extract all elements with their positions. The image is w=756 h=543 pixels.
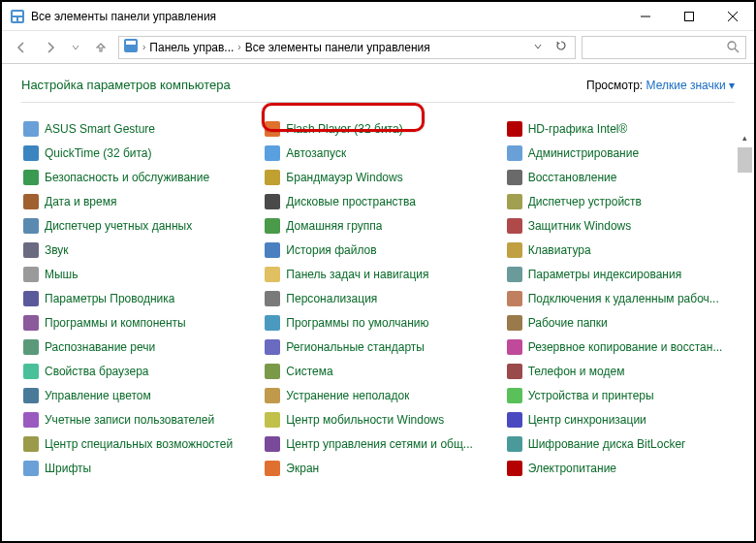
control-panel-item[interactable]: Центр мобильности Windows [263, 407, 492, 431]
control-panel-item[interactable]: Шифрование диска BitLocker [505, 431, 735, 456]
control-panel-item[interactable]: Электропитание [505, 456, 735, 480]
control-panel-item[interactable]: Программы по умолчанию [263, 310, 492, 335]
control-panel-item[interactable]: Экран [263, 456, 492, 480]
breadcrumb-item[interactable]: Все элементы панели управления [245, 41, 430, 54]
control-panel-item[interactable]: Система [263, 359, 492, 383]
control-panel-item[interactable]: Защитник Windows [505, 213, 735, 238]
item-icon [23, 461, 39, 476]
address-bar[interactable]: › Панель управ... › Все элементы панели … [118, 36, 576, 59]
content-area: Настройка параметров компьютера Просмотр… [2, 64, 754, 541]
item-icon [265, 145, 280, 161]
control-panel-item[interactable]: Свойства браузера [21, 359, 251, 383]
control-panel-item[interactable]: Восстановление [505, 165, 735, 189]
item-icon [23, 121, 39, 137]
item-label: Параметры индексирования [528, 268, 681, 281]
control-panel-item[interactable]: Управление цветом [21, 383, 251, 407]
svg-rect-3 [18, 17, 22, 21]
minimize-button[interactable] [623, 2, 667, 30]
search-icon [727, 41, 740, 53]
item-label: Шрифты [45, 462, 91, 475]
scrollbar-thumb[interactable] [738, 147, 752, 173]
item-icon [507, 339, 522, 355]
up-button[interactable] [89, 36, 112, 59]
item-icon [23, 436, 39, 452]
control-panel-item[interactable]: Устройства и принтеры [505, 383, 735, 407]
control-panel-item[interactable]: Дата и время [21, 189, 251, 213]
control-panel-item[interactable]: ASUS Smart Gesture [21, 116, 251, 141]
chevron-right-icon: › [237, 42, 240, 52]
control-panel-item[interactable]: Брандмауэр Windows [263, 165, 492, 189]
item-icon [507, 242, 522, 258]
control-panel-item[interactable]: Распознавание речи [21, 335, 251, 359]
control-panel-item[interactable]: Панель задач и навигация [263, 262, 492, 286]
item-icon [23, 412, 39, 428]
control-panel-item[interactable]: QuickTime (32 бита) [21, 141, 251, 165]
maximize-button[interactable] [667, 2, 710, 30]
item-icon [23, 315, 39, 331]
control-panel-item[interactable]: Диспетчер устройств [505, 189, 735, 213]
item-icon [507, 145, 522, 161]
item-label: Рабочие папки [528, 316, 608, 330]
item-label: Дисковые пространства [286, 195, 416, 208]
control-panel-item[interactable]: Резервное копирование и восстан... [505, 335, 735, 359]
window-buttons [623, 2, 754, 30]
control-panel-item[interactable]: Шрифты [21, 456, 251, 480]
control-panel-item[interactable]: Подключения к удаленным рабоч... [505, 286, 735, 310]
control-panel-item[interactable]: Рабочие папки [505, 310, 735, 335]
search-box[interactable] [582, 36, 746, 59]
item-label: Flash Player (32 бита) [286, 122, 402, 136]
item-icon [265, 412, 280, 428]
item-icon [23, 170, 39, 185]
control-panel-item[interactable]: Клавиатура [505, 238, 735, 262]
address-dropdown[interactable] [528, 41, 548, 54]
item-icon [265, 436, 280, 452]
recent-dropdown[interactable] [68, 36, 83, 59]
forward-button[interactable] [39, 36, 62, 59]
control-panel-item[interactable]: Автозапуск [263, 141, 492, 165]
item-label: Шифрование диска BitLocker [528, 437, 685, 451]
navbar: › Панель управ... › Все элементы панели … [2, 31, 754, 64]
control-panel-item[interactable]: Домашняя группа [263, 213, 492, 238]
refresh-button[interactable] [551, 40, 571, 54]
item-label: История файлов [286, 243, 376, 257]
item-label: Центр синхронизации [528, 413, 646, 427]
items-grid: ASUS Smart GestureFlash Player (32 бита)… [21, 116, 735, 480]
control-panel-item[interactable]: HD-графика Intel® [505, 116, 735, 141]
item-label: Автозапуск [286, 146, 346, 160]
control-panel-item[interactable]: Телефон и модем [505, 359, 735, 383]
control-panel-item[interactable]: Flash Player (32 бита) [263, 116, 492, 141]
breadcrumb-item[interactable]: Панель управ... [149, 41, 234, 54]
scroll-up-arrow[interactable]: ▴ [738, 130, 752, 145]
control-panel-item[interactable]: Диспетчер учетных данных [21, 213, 251, 238]
item-icon [507, 388, 522, 403]
item-icon [507, 194, 522, 209]
control-panel-item[interactable]: Мышь [21, 262, 251, 286]
item-label: Подключения к удаленным рабоч... [528, 292, 719, 305]
control-panel-item[interactable]: Безопасность и обслуживание [21, 165, 251, 189]
item-label: Звук [45, 243, 69, 257]
page-title: Настройка параметров компьютера [21, 78, 231, 92]
control-panel-item[interactable]: Параметры индексирования [505, 262, 735, 286]
item-icon [265, 388, 280, 403]
control-panel-item[interactable]: Администрирование [505, 141, 735, 165]
control-panel-item[interactable]: Звук [21, 238, 251, 262]
close-button[interactable] [710, 2, 754, 30]
control-panel-item[interactable]: История файлов [263, 238, 492, 262]
control-panel-item[interactable]: Центр специальных возможностей [21, 431, 251, 456]
control-panel-item[interactable]: Программы и компоненты [21, 310, 251, 335]
control-panel-item[interactable]: Персонализация [263, 286, 492, 310]
item-icon [265, 291, 280, 306]
control-panel-item[interactable]: Центр управления сетями и общ... [263, 431, 492, 456]
item-icon [23, 339, 39, 355]
view-value[interactable]: Мелкие значки ▾ [646, 79, 735, 92]
control-panel-item[interactable]: Устранение неполадок [263, 383, 492, 407]
control-panel-item[interactable]: Учетные записи пользователей [21, 407, 251, 431]
item-label: Брандмауэр Windows [286, 171, 402, 184]
item-label: Безопасность и обслуживание [45, 171, 209, 184]
control-panel-item[interactable]: Региональные стандарты [263, 335, 492, 359]
control-panel-item[interactable]: Параметры Проводника [21, 286, 251, 310]
control-panel-item[interactable]: Дисковые пространства [263, 189, 492, 213]
item-label: Свойства браузера [45, 365, 149, 378]
back-button[interactable] [10, 36, 33, 59]
control-panel-item[interactable]: Центр синхронизации [505, 407, 735, 431]
